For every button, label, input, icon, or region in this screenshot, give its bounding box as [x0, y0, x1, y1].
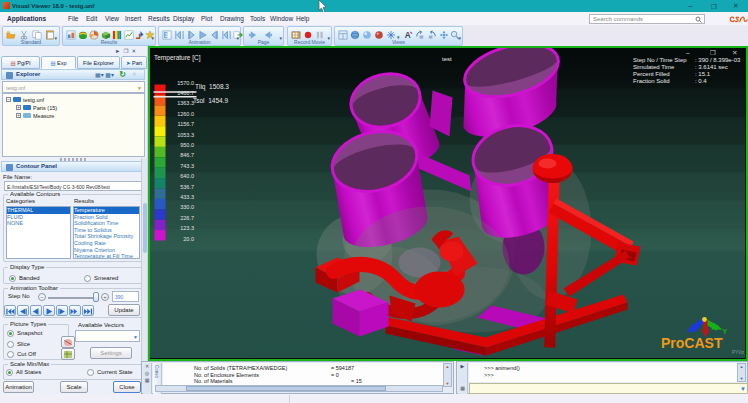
svg-text:1: 1: [165, 32, 168, 38]
svg-text:Y: Y: [723, 328, 728, 335]
